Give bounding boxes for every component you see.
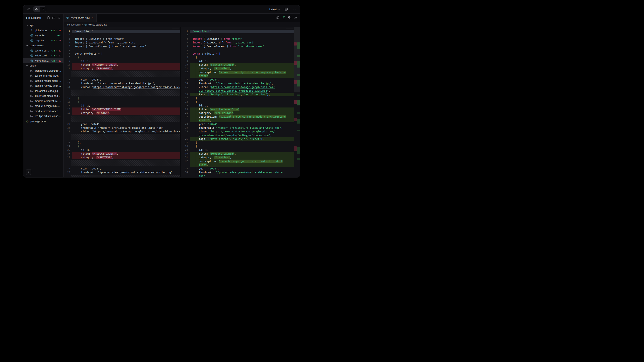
code-toggle-button[interactable] <box>40 6 46 12</box>
collapse-sidebar-button[interactable] <box>26 169 31 175</box>
code-line-new-7[interactable]: 7const projects = [ <box>181 52 294 56</box>
panel-layout-button[interactable] <box>284 6 289 12</box>
code-line-old-24[interactable]: 24 { <box>64 145 180 148</box>
code-line-old-6[interactable]: 6 <box>64 48 180 52</box>
code-line-old-9[interactable]: 9 id: 1, <box>64 59 180 63</box>
file-lips-artistic-video-jpg[interactable]: lips-artistic-video.jpg <box>23 88 64 94</box>
code-line-new-14[interactable]: 14 thumbnail: "/fashion-model-black-and-… <box>181 81 294 85</box>
code-line-new-4[interactable]: 4import { VideoCard } from "./video-card… <box>181 41 294 44</box>
folder-public[interactable]: public <box>23 63 64 68</box>
file-car-commercial-video[interactable]: car-commercial-video… <box>23 73 64 78</box>
file-fashion-runway-scen[interactable]: fashion-runway-scen… <box>23 83 64 88</box>
file-luxury-car-black-and[interactable]: luxury-car-black-and-… <box>23 93 64 99</box>
file-product-reveal-video-j[interactable]: product-reveal-video.j… <box>23 109 64 114</box>
code-line-old-11[interactable]: 11 category: "BRANDING", <box>64 67 180 70</box>
code-line-new-17[interactable]: 17 }, <box>181 96 294 100</box>
code-line-new-24[interactable]: 24 thumbnail: "/modern-architecture-blac… <box>181 126 294 130</box>
code-line-old-10[interactable]: 10 title: "FASHION STUDIO", <box>64 63 180 67</box>
code-line-new-11[interactable]: 11 category: "Branding", <box>181 67 294 70</box>
code-line-new-28[interactable]: 28 { <box>181 145 294 148</box>
code-line-new-20[interactable]: 20 title: "Architecture Firm", <box>181 107 294 111</box>
code-line-new-23[interactable]: 23 year: "2024", <box>181 122 294 126</box>
code-line-new-13[interactable]: 13 year: "2024", <box>181 78 294 81</box>
code-line-new-16[interactable]: 16 tags: ["Design", "Branding", "Art Dir… <box>181 93 294 96</box>
file-product-design-minim[interactable]: product-design-minim… <box>23 104 64 109</box>
code-line-new-15[interactable]: 15 video: "https://commondatastorage.goo… <box>181 85 294 89</box>
split-view-icon[interactable] <box>276 16 280 19</box>
code-line-old-26[interactable]: 26 title: "PRODUCT LAUNCH", <box>64 152 180 156</box>
code-line-new-wrap[interactable]: gtv-videos-bucket/sample/ForBiggerEscape… <box>181 133 294 137</box>
tab-works-gallery[interactable]: works-gallery.tsx × <box>64 13 96 22</box>
horizontal-scrollbar[interactable] <box>172 28 179 28</box>
version-dropdown[interactable]: Latest <box>270 8 280 11</box>
file-fashion-model-black[interactable]: fashion-model-black-… <box>23 78 64 84</box>
new-folder-button[interactable] <box>52 16 56 19</box>
code-line-new-26[interactable]: 26 tags: ["Development", "Next.js", "Rea… <box>181 137 294 141</box>
code-line-old-4[interactable]: 4import { VideoCard } from "./video-card… <box>64 41 180 44</box>
code-line-new-wrap[interactable]: jpg", <box>181 174 294 177</box>
code-line-old-27[interactable]: 27 category: "CREATIVE", <box>64 156 180 159</box>
file-modern-architecture[interactable]: modern-architecture-… <box>23 99 64 104</box>
code-line-new-31[interactable]: 31 category: "Creative", <box>181 156 294 159</box>
code-line-new-33[interactable]: 33 year: "2024", <box>181 167 294 170</box>
code-line-new-5[interactable]: 5import { CustomCursor } from "./custom-… <box>181 44 294 48</box>
code-line-new-22[interactable]: 22 description: "Digital presence for a … <box>181 115 294 119</box>
code-line-old-7[interactable]: 7const projects = [ <box>64 52 180 56</box>
file-custom-curs[interactable]: custom-curs…+33/-12 <box>23 48 64 53</box>
code-line-old-22[interactable]: 22 video: "https://commondatastorage.goo… <box>64 130 180 133</box>
file-video-card-tsx[interactable]: video-card.tsx+76/-27 <box>23 53 64 58</box>
code-line-new-6[interactable]: 6 <box>181 48 294 52</box>
code-line-new-8[interactable]: 8 { <box>181 56 294 59</box>
code-line-new-32[interactable]: 32 description: "Launch campaign for a m… <box>181 159 294 163</box>
code-line-old-23[interactable]: 23 }, <box>64 141 180 145</box>
code-line-new-1[interactable]: 1"use client" <box>181 30 294 33</box>
more-menu-button[interactable] <box>292 6 298 12</box>
diff-view-icon[interactable] <box>282 16 286 19</box>
code-line-old-20[interactable]: 20 year: "2024", <box>64 122 180 126</box>
copy-icon[interactable] <box>288 16 292 19</box>
code-line-new-27[interactable]: 27 }, <box>181 141 294 145</box>
preview-toggle-button[interactable] <box>33 6 40 12</box>
code-line-new-10[interactable]: 10 title: "Fashion Studio", <box>181 63 294 67</box>
download-icon[interactable] <box>294 16 298 19</box>
code-line-old-1[interactable]: 1"use client" <box>64 30 180 33</box>
code-line-old-28[interactable]: 28 year: "2024", <box>64 167 180 170</box>
search-icon[interactable] <box>58 16 61 19</box>
diff-pane-old[interactable]: 1"use client"23import { useState } from … <box>64 27 180 177</box>
code-line-old-2[interactable]: 2 <box>64 33 180 37</box>
code-line-old-8[interactable]: 8 { <box>64 56 180 59</box>
file-page-tsx[interactable]: page.tsx+81/-28 <box>23 38 64 43</box>
code-line-new-wrap[interactable]: gtv-videos-bucket/sample/ForBiggerBlazes… <box>181 89 294 93</box>
code-line-new-21[interactable]: 21 category: "Web Design", <box>181 111 294 115</box>
file-red-lips-artistic-close[interactable]: red-lips-artistic-close… <box>23 114 64 119</box>
code-line-old-13[interactable]: 13 thumbnail: "/fashion-model-black-and-… <box>64 81 180 85</box>
code-line-new-9[interactable]: 9 id: 1, <box>181 59 294 63</box>
code-line-new-wrap[interactable]: studio", <box>181 119 294 122</box>
file-package-json[interactable]: {}package.json <box>23 119 64 124</box>
code-line-old-15[interactable]: 15 }, <box>64 96 180 100</box>
code-line-old-17[interactable]: 17 id: 2, <box>64 104 180 107</box>
code-line-new-19[interactable]: 19 id: 2, <box>181 104 294 107</box>
code-line-old-21[interactable]: 21 thumbnail: "/modern-architecture-blac… <box>64 126 180 130</box>
file-architecture-walkthro[interactable]: architecture-walkthro… <box>23 68 64 73</box>
file-layout-tsx[interactable]: layout.tsx+51 <box>23 33 64 38</box>
code-line-old-18[interactable]: 18 title: "ARCHITECTURE FIRM", <box>64 107 180 111</box>
code-line-old-25[interactable]: 25 id: 3, <box>64 148 180 152</box>
new-file-button[interactable] <box>47 16 50 19</box>
diff-pane-new[interactable]: 1"use client"23import { useState } from … <box>181 27 300 177</box>
tab-close-icon[interactable]: × <box>91 16 94 20</box>
code-line-new-25[interactable]: 25 video: "https://commondatastorage.goo… <box>181 130 294 133</box>
code-line-new-2[interactable]: 2 <box>181 33 294 37</box>
diff-overview-ruler[interactable] <box>294 27 300 177</box>
code-line-old-19[interactable]: 19 category: "DESIGN", <box>64 111 180 115</box>
code-line-new-wrap[interactable]: brand", <box>181 74 294 78</box>
folder-app[interactable]: app <box>23 23 64 28</box>
code-line-new-34[interactable]: 34 thumbnail: "/product-design-minimalis… <box>181 170 294 174</box>
code-line-new-3[interactable]: 3import { useState } from "react" <box>181 37 294 41</box>
horizontal-scrollbar[interactable] <box>286 28 293 28</box>
code-line-new-12[interactable]: 12 description: "Visual identity for a c… <box>181 70 294 74</box>
collapse-panel-button[interactable] <box>26 6 31 12</box>
code-line-new-wrap[interactable]: line", <box>181 163 294 167</box>
code-line-old-5[interactable]: 5import { CustomCursor } from "./custom-… <box>64 44 180 48</box>
code-line-new-30[interactable]: 30 title: "Product Launch", <box>181 152 294 156</box>
